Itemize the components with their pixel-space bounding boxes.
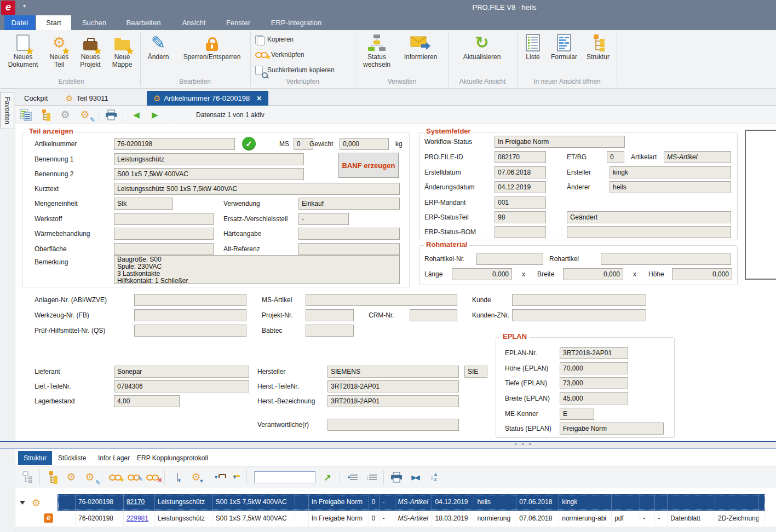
hersteller-field[interactable]: SIEMENS: [327, 366, 459, 378]
tab-teil-93011[interactable]: ⚙ Teil 93011: [59, 91, 115, 106]
erp-statusteil-text-field[interactable]: Geändert: [567, 211, 731, 223]
neues-teil-button[interactable]: ⚙★ Neues Teil: [45, 32, 73, 68]
lieferant-field[interactable]: Sonepar: [114, 366, 249, 378]
babtec-field[interactable]: [306, 325, 354, 337]
link-add-icon[interactable]: ★: [107, 470, 123, 484]
menu-tab-fenster[interactable]: Fenster: [218, 15, 258, 30]
structure-small-icon[interactable]: [45, 470, 60, 484]
aendern-button[interactable]: ✎ Ändern: [145, 32, 172, 61]
table-row-selected[interactable]: 76-0200198 82170 Leistungsschütz S00 1xS…: [58, 494, 765, 511]
verwendung-field[interactable]: Einkauf: [298, 198, 400, 210]
verantwortliche-field[interactable]: [327, 419, 459, 431]
formular-button[interactable]: Formular: [548, 32, 580, 61]
kurztext-field[interactable]: Leistungsschütz S00 1xS 7,5kW 400VAC: [114, 183, 400, 195]
tab-erp-kopplungsprotokoll[interactable]: ERP Kopplungsprotokoll: [131, 451, 214, 465]
sperren-entsperren-button[interactable]: Sperren/Entsperren: [176, 32, 248, 61]
gear-disabled-icon[interactable]: ⚙: [58, 108, 72, 122]
pruef-hilfsmittel-field[interactable]: [134, 325, 246, 337]
herst-teilenr-field[interactable]: 3RT2018-2AP01: [327, 380, 459, 392]
et-bg-field[interactable]: 0: [607, 151, 624, 163]
me-kenner-field[interactable]: E: [560, 408, 594, 420]
previous-record-icon[interactable]: ◀: [129, 108, 143, 122]
kopieren-button[interactable]: Kopieren: [255, 33, 294, 46]
tree-settings-icon[interactable]: [20, 470, 35, 484]
cell-id-link[interactable]: 82170: [124, 494, 155, 511]
lief-teilenr-field[interactable]: 0784306: [114, 380, 249, 392]
werkstoff-field[interactable]: [114, 213, 214, 225]
tab-struktur[interactable]: Struktur: [18, 451, 52, 465]
waermebehandlung-field[interactable]: [114, 228, 214, 240]
mengeneinheit-field[interactable]: Stk: [114, 198, 173, 210]
neues-projekt-button[interactable]: ★ Neues Projekt: [74, 32, 106, 68]
kunde-field[interactable]: [512, 294, 646, 306]
banf-erzeugen-button[interactable]: BANF erzeugen: [338, 153, 399, 178]
structure-small-icon[interactable]: [38, 108, 53, 122]
print-icon[interactable]: [389, 470, 404, 484]
collapse-all-icon[interactable]: ▾: [345, 470, 360, 484]
menu-tab-bearbeiten[interactable]: Bearbeiten: [117, 15, 170, 30]
eplan-hoehe-field[interactable]: 70,000: [560, 362, 628, 374]
folder-filter-icon[interactable]: ▼: [226, 470, 241, 484]
hersteller-code-field[interactable]: SIE: [464, 366, 487, 378]
menu-tab-suchen[interactable]: Suchen: [73, 15, 115, 30]
print-icon[interactable]: [104, 108, 118, 122]
ersteller-field[interactable]: kingk: [610, 166, 731, 178]
copy-filter-icon[interactable]: ▼: [170, 470, 185, 484]
lagerbestand-field[interactable]: 4,00: [114, 395, 180, 407]
erp-mandant-field[interactable]: 001: [495, 196, 546, 209]
menu-tab-start[interactable]: Start: [36, 15, 71, 30]
aktualisieren-button[interactable]: ↻ Aktualisieren: [453, 32, 510, 61]
erp-status-bom-text-field[interactable]: [567, 226, 731, 238]
fit-columns-icon[interactable]: ▶◀: [407, 470, 423, 484]
erp-status-bom-field[interactable]: [495, 226, 546, 238]
gear-edit-icon[interactable]: ⚙✎: [78, 108, 92, 122]
quick-access-caret-icon[interactable]: ▾: [23, 3, 26, 9]
horizontal-splitter[interactable]: [0, 442, 776, 448]
struktur-button[interactable]: Struktur: [584, 32, 612, 61]
gear-icon[interactable]: ⚙: [64, 470, 79, 484]
informieren-button[interactable]: Informieren: [396, 32, 445, 61]
kunden-znr-field[interactable]: [512, 309, 646, 321]
close-tab-icon[interactable]: ✕: [256, 95, 262, 102]
artikelnummer-field[interactable]: 76-0200198: [114, 138, 235, 150]
aenderer-field[interactable]: heils: [610, 181, 731, 193]
bemerkung-field[interactable]: Baugröße: S00 Spule: 230VAC 3 Lastkontak…: [114, 255, 400, 284]
status-wechseln-button[interactable]: Status wechseln: [359, 32, 394, 68]
crm-nr-field[interactable]: [410, 309, 457, 321]
projekt-nr-field[interactable]: [306, 309, 354, 321]
menu-tab-ansicht[interactable]: Ansicht: [172, 15, 216, 30]
artikelart-field[interactable]: MS-Artikel: [664, 151, 731, 163]
ersatz-verschleissteil-field[interactable]: -: [298, 213, 349, 225]
neue-mappe-button[interactable]: ★ Neue Mappe: [107, 32, 137, 68]
werkzeug-nr-field[interactable]: [134, 309, 246, 321]
rohartikel-nr-field[interactable]: [476, 253, 543, 265]
hoehe-field[interactable]: 0,000: [672, 268, 732, 280]
gear-filter-icon[interactable]: ⚙▼: [188, 470, 204, 484]
gear-edit-icon[interactable]: ⚙✎: [82, 470, 97, 484]
tab-artikelnummer[interactable]: ⚙ Artikelnummer 76-0200198 ✕: [147, 91, 268, 106]
table-row[interactable]: 76-0200198 229981 Leistungsschütz S00 1x…: [58, 511, 765, 526]
expand-all-icon[interactable]: ↓: [364, 470, 379, 484]
ms-artikel-field[interactable]: [306, 294, 457, 306]
favorites-tab[interactable]: Favoriten: [0, 92, 14, 129]
clipboard-filter-icon[interactable]: ▼: [207, 470, 222, 484]
liste-button[interactable]: Liste: [521, 32, 544, 61]
gewicht-field[interactable]: 0,000: [340, 138, 389, 150]
menu-tab-datei[interactable]: Datei: [4, 15, 35, 30]
eplan-nr-field[interactable]: 3RT2018-2AP01: [560, 347, 628, 359]
breite-field[interactable]: 0,000: [563, 268, 623, 280]
tab-cockpit[interactable]: Cockpit: [18, 91, 54, 106]
tab-infor-lager[interactable]: Infor Lager: [93, 451, 135, 465]
rohartikel-field[interactable]: [601, 253, 731, 265]
erp-statusteil-field[interactable]: 98: [495, 211, 546, 223]
link-remove-icon[interactable]: ✕: [145, 470, 160, 484]
laenge-field[interactable]: 0,000: [452, 268, 512, 280]
copy-view-icon[interactable]: [19, 108, 33, 122]
next-record-icon[interactable]: ▶: [148, 108, 162, 122]
search-go-icon[interactable]: ↗: [320, 470, 335, 484]
structure-search-input[interactable]: [254, 471, 315, 483]
tab-stueckliste[interactable]: Stückliste: [53, 451, 91, 465]
erstelldatum-field[interactable]: 07.06.2018: [495, 166, 546, 178]
benennung2-field[interactable]: S00 1xS 7,5kW 400VAC: [114, 168, 304, 180]
neues-dokument-button[interactable]: ★ Neues Dokument: [5, 32, 41, 68]
